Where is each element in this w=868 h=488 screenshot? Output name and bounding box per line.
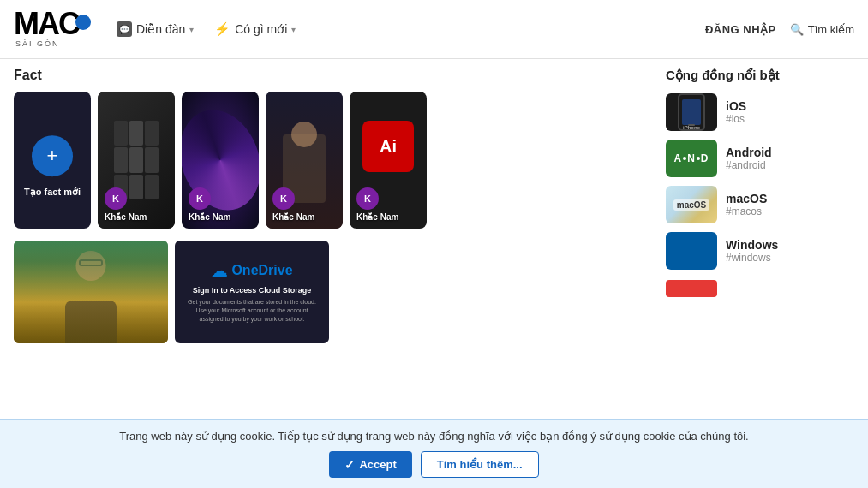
logo-text: MAC — [14, 9, 79, 39]
community-info-android: Android #android — [726, 146, 772, 171]
sidebar: Cộng đồng nổi bật iPhone — [666, 68, 854, 343]
create-card-label: Tạo fact mới — [14, 187, 91, 198]
nav-forum[interactable]: 💬 Diễn đàn ▾ — [108, 16, 202, 42]
card-3-avatar: K — [189, 187, 211, 210]
onedrive-icon: ☁ — [211, 260, 228, 281]
nav-whats-new[interactable]: ⚡ Có gì mới ▾ — [206, 16, 304, 42]
card-5-username: Khắc Nam — [356, 212, 398, 222]
content-area: Fact + Tạo fact mới — [14, 68, 649, 343]
post-thumbnails-row: ☁ OneDrive Sign In to Access Cloud Stora… — [14, 241, 649, 343]
community-item-android[interactable]: AND Android #android — [666, 138, 854, 179]
card-5-user: K Khắc Nam — [356, 187, 398, 222]
fact-card-create[interactable]: + Tạo fact mới — [14, 92, 91, 229]
svg-text:Ai: Ai — [380, 137, 397, 156]
cloud-desc: Get your documents that are stored in th… — [183, 298, 320, 323]
onedrive-logo: ☁ OneDrive — [211, 260, 292, 281]
community-tag-ios: #ios — [726, 113, 746, 125]
logo-saigon: SÀI GÒN — [15, 39, 60, 48]
search-label: Tìm kiếm — [808, 23, 854, 36]
fact-card-4[interactable]: K Khắc Nam — [266, 92, 343, 229]
login-button[interactable]: ĐĂNG NHẬP — [705, 23, 776, 36]
main-nav: 💬 Diễn đàn ▾ ⚡ Có gì mới ▾ — [108, 16, 304, 42]
nav-forum-label: Diễn đàn — [136, 22, 185, 36]
fact-card-2[interactable]: K Khắc Nam — [98, 92, 175, 229]
community-tag-windows: #windows — [726, 252, 778, 264]
windows-grid-icon — [684, 243, 699, 259]
sidebar-title: Cộng đồng nổi bật — [666, 68, 854, 83]
bolt-icon: ⚡ — [214, 21, 230, 37]
fact-card-3[interactable]: K Khắc Nam — [182, 92, 259, 229]
macos-label: macOS — [673, 199, 709, 211]
chevron-down-icon: ▾ — [189, 25, 194, 34]
community-item-windows[interactable]: Windows #windows — [666, 230, 854, 271]
community-thumb-ios: iPhone — [666, 93, 717, 131]
community-item-macos[interactable]: macOS macOS #macos — [666, 184, 854, 225]
logo-circle-icon — [75, 15, 91, 30]
community-info-windows: Windows #windows — [726, 238, 778, 264]
header: MAC SÀI GÒN 💬 Diễn đàn ▾ ⚡ Có gì mới ▾ Đ… — [0, 0, 868, 59]
nav-whats-new-label: Có gì mới — [235, 22, 287, 36]
card-3-user: K Khắc Nam — [189, 187, 230, 222]
macos-preview: macOS — [666, 186, 717, 223]
community-thumb-android: AND — [666, 140, 717, 177]
fact-cards-row: + Tạo fact mới — [14, 92, 649, 229]
community-name-windows: Windows — [726, 238, 778, 252]
cloud-title: Sign In to Access Cloud Storage — [193, 286, 312, 295]
community-thumb-macos: macOS — [666, 186, 717, 223]
main-container: Fact + Tạo fact mới — [0, 59, 868, 352]
post-thumb-person[interactable] — [14, 241, 168, 343]
chevron-down-icon-2: ▾ — [291, 25, 296, 34]
create-plus-icon: + — [32, 135, 73, 176]
card-4-username: Khắc Nam — [272, 212, 314, 222]
android-logo-text: AND — [673, 152, 709, 164]
community-name-macos: macOS — [726, 192, 767, 205]
card-2-avatar: K — [105, 187, 127, 210]
community-tag-android: #android — [726, 159, 772, 171]
community-info-ios: iOS #ios — [726, 99, 746, 125]
search-button[interactable]: 🔍 Tìm kiếm — [790, 23, 854, 36]
card-2-username: Khắc Nam — [105, 212, 147, 222]
community-tag-macos: #macos — [726, 205, 767, 217]
community-info-macos: macOS #macos — [726, 192, 767, 217]
fact-section-title: Fact — [14, 68, 649, 83]
card-2-user: K Khắc Nam — [105, 187, 147, 222]
community-item-ios[interactable]: iPhone iOS #ios — [666, 92, 854, 133]
adobe-icon: Ai — [362, 121, 414, 172]
card-4-avatar: K — [272, 187, 295, 210]
community-name-android: Android — [726, 146, 772, 159]
search-icon: 🔍 — [790, 23, 804, 36]
card-5-avatar: K — [356, 187, 379, 210]
fact-card-5[interactable]: Ai K Khắc Nam — [350, 92, 427, 229]
sidebar-red-button[interactable] — [666, 280, 717, 297]
post-thumb-cloud[interactable]: ☁ OneDrive Sign In to Access Cloud Stora… — [175, 241, 329, 343]
card-4-user: K Khắc Nam — [272, 187, 314, 222]
community-list: iPhone iOS #ios AND Android — [666, 92, 854, 271]
community-thumb-windows — [666, 232, 717, 270]
card-3-username: Khắc Nam — [189, 212, 230, 222]
header-right: ĐĂNG NHẬP 🔍 Tìm kiếm — [705, 23, 854, 36]
logo[interactable]: MAC SÀI GÒN — [14, 9, 91, 50]
community-name-ios: iOS — [726, 99, 746, 113]
onedrive-text: OneDrive — [231, 263, 292, 278]
chat-icon: 💬 — [117, 21, 132, 37]
